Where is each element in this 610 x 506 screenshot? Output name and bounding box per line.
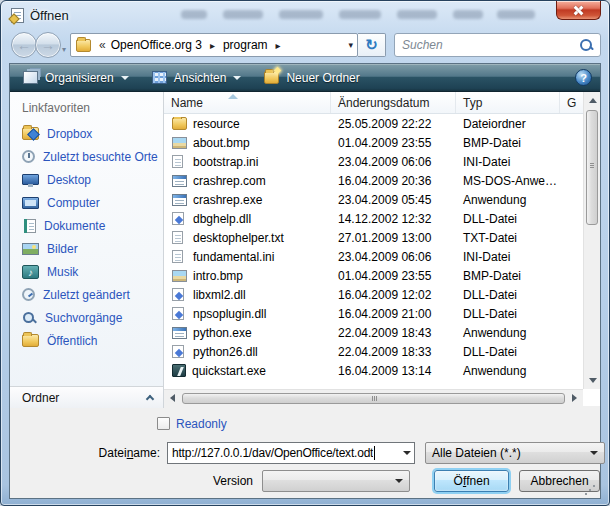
sidebar-item[interactable]: Zuletzt besuchte Orte (10, 145, 163, 168)
vertical-scrollbar[interactable] (583, 92, 600, 389)
file-name: fundamental.ini (193, 250, 274, 264)
file-row[interactable]: libxml2.dll 16.04.2009 12:02 DLL-Datei (164, 285, 583, 304)
file-name: resource (193, 117, 240, 131)
sidebar-item-label: Desktop (47, 173, 91, 187)
new-folder-button[interactable]: Neuer Ordner (259, 68, 367, 88)
horizontal-scrollbar[interactable] (164, 389, 583, 406)
breadcrumb[interactable]: « OpenOffice.org 3 ▸ program ▸ ▾ (70, 33, 358, 57)
file-row[interactable]: crashrep.com 16.04.2009 20:36 MS-DOS-Anw… (164, 171, 583, 190)
column-header-date[interactable]: Änderungsdatum (331, 92, 456, 113)
file-row[interactable]: bootstrap.ini 23.04.2009 06:06 INI-Datei (164, 152, 583, 171)
readonly-label[interactable]: Readonly (176, 417, 227, 431)
help-button[interactable]: ? (575, 69, 592, 86)
file-type: Anwendung (456, 193, 560, 207)
breadcrumb-overflow-chevron[interactable]: « (99, 38, 106, 52)
scroll-up-button[interactable] (584, 92, 601, 109)
file-row[interactable]: dbghelp.dll 14.12.2002 12:32 DLL-Datei (164, 209, 583, 228)
sidebar-item[interactable]: Suchvorgänge (10, 306, 163, 329)
file-row[interactable]: intro.bmp 01.04.2009 23:55 BMP-Datei (164, 266, 583, 285)
new-folder-icon (264, 71, 279, 84)
breadcrumb-item-openoffice[interactable]: OpenOffice.org 3 (111, 38, 202, 52)
sidebar-item[interactable]: Bilder (10, 237, 163, 260)
open-button[interactable]: Öffnen (434, 470, 509, 492)
file-row[interactable]: about.bmp 01.04.2009 23:55 BMP-Datei (164, 133, 583, 152)
sidebar-item-label: Bilder (47, 242, 78, 256)
organize-button[interactable]: Organisieren (18, 68, 137, 88)
chevron-right-icon[interactable]: ▸ (210, 40, 215, 51)
sidebar-item[interactable]: Zuletzt geändert (10, 283, 163, 306)
chevron-down-icon (121, 76, 129, 80)
chevron-right-icon[interactable]: ▸ (276, 40, 281, 51)
readonly-checkbox[interactable] (157, 417, 170, 430)
file-name: python26.dll (193, 345, 258, 359)
version-select[interactable] (262, 470, 410, 492)
close-button[interactable] (556, 1, 601, 20)
scroll-right-button[interactable] (566, 390, 583, 407)
dialog-icon (11, 8, 24, 23)
file-row[interactable]: quickstart.exe 16.04.2009 13:14 Anwendun… (164, 361, 583, 380)
recent-pages-dropdown[interactable]: ▾ (62, 45, 66, 54)
file-row[interactable]: python26.dll 22.04.2009 18:33 DLL-Datei (164, 342, 583, 361)
file-row[interactable]: npsoplugin.dll 16.04.2009 21:00 DLL-Date… (164, 304, 583, 323)
sidebar-item-label: Zuletzt geändert (43, 288, 130, 302)
sidebar-item-icon (22, 197, 39, 209)
column-header-type[interactable]: Typ (456, 92, 560, 113)
search-input[interactable]: Suchen (394, 33, 601, 57)
sidebar-item[interactable]: Desktop (10, 168, 163, 191)
file-date: 22.04.2009 18:43 (331, 326, 456, 340)
file-type: Dateiordner (456, 117, 560, 131)
background-window-ghost (397, 10, 437, 19)
scroll-left-button[interactable] (164, 390, 181, 407)
file-type: Anwendung (456, 364, 560, 378)
views-button[interactable]: Ansichten (147, 68, 250, 88)
scroll-down-button[interactable] (584, 372, 601, 389)
file-icon (172, 288, 184, 301)
file-date: 27.01.2009 13:00 (331, 231, 456, 245)
forward-button[interactable]: → (35, 32, 61, 58)
file-name: intro.bmp (193, 269, 243, 283)
sidebar-item-label: Zuletzt besuchte Orte (43, 150, 158, 164)
folders-expander[interactable]: Ordner (10, 386, 163, 408)
file-row[interactable]: desktophelper.txt 27.01.2009 13:00 TXT-D… (164, 228, 583, 247)
refresh-icon: ↻ (365, 36, 378, 54)
sidebar-item[interactable]: Dokumente (10, 214, 163, 237)
file-date: 25.05.2009 22:22 (331, 117, 456, 131)
titlebar[interactable]: Öffnen (1, 1, 609, 29)
filetype-select[interactable]: Alle Dateien (*.*) (425, 442, 605, 464)
chevron-down-icon (233, 76, 241, 80)
file-icon (172, 155, 183, 168)
file-row[interactable]: python.exe 22.04.2009 18:43 Anwendung (164, 323, 583, 342)
new-folder-label: Neuer Ordner (286, 71, 359, 85)
sidebar-item[interactable]: Dropbox (10, 122, 163, 145)
resize-grip[interactable] (585, 483, 597, 495)
chevron-down-icon[interactable] (403, 451, 411, 455)
background-window-ghost (497, 10, 535, 19)
filename-input[interactable]: http://127.0.0.1/dav/OpenOffice/text.odt (167, 442, 415, 464)
vertical-scroll-thumb[interactable] (586, 110, 598, 225)
file-icon (172, 250, 183, 263)
file-date: 01.04.2009 23:55 (331, 269, 456, 283)
refresh-button[interactable]: ↻ (358, 33, 386, 57)
file-date: 23.04.2009 05:45 (331, 193, 456, 207)
address-dropdown-icon[interactable]: ▾ (348, 40, 353, 50)
column-header-name[interactable]: Name (164, 92, 331, 113)
sidebar-item-icon (24, 219, 36, 233)
triangle-down-icon (589, 378, 597, 383)
sidebar-item[interactable]: ♪ Musik (10, 260, 163, 283)
file-row[interactable]: resource 25.05.2009 22:22 Dateiordner (164, 114, 583, 133)
sidebar-item[interactable]: Computer (10, 191, 163, 214)
file-row[interactable]: crashrep.exe 23.04.2009 05:45 Anwendung (164, 190, 583, 209)
back-button[interactable]: ← (11, 32, 37, 58)
file-icon (172, 270, 187, 282)
breadcrumb-item-program[interactable]: program (223, 38, 268, 52)
horizontal-scroll-thumb[interactable] (182, 393, 565, 404)
sidebar-item[interactable]: Öffentlich (10, 329, 163, 352)
file-row[interactable]: fundamental.ini 23.04.2009 06:06 INI-Dat… (164, 247, 583, 266)
organize-icon (23, 71, 38, 84)
sidebar-item-label: Öffentlich (47, 334, 97, 348)
sidebar-item-label: Suchvorgänge (45, 311, 122, 325)
chevron-up-icon (146, 395, 154, 403)
filetype-value: Alle Dateien (*.*) (432, 446, 521, 460)
file-date: 14.12.2002 12:32 (331, 212, 456, 226)
list-header: Name Änderungsdatum Typ G (164, 92, 600, 114)
